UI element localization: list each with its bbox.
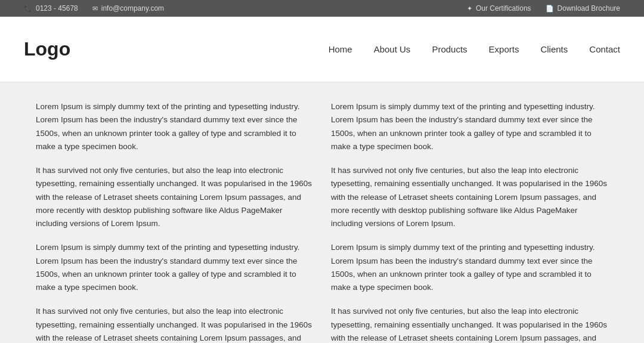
logo[interactable]: Logo: [24, 38, 70, 60]
left-para2: It has survived not only five centuries,…: [36, 164, 313, 230]
nav-about[interactable]: About Us: [374, 44, 411, 54]
right-para3: Lorem Ipsum is simply dummy text of the …: [331, 241, 608, 294]
content-col-left: Lorem Ipsum is simply dummy text of the …: [36, 100, 313, 343]
left-para1: Lorem Ipsum is simply dummy text of the …: [36, 100, 313, 153]
left-para4: It has survived not only five centuries,…: [36, 305, 313, 343]
cert-icon: [467, 4, 472, 13]
brochure-item[interactable]: Download Brochure: [546, 4, 620, 13]
phone-icon: [24, 4, 32, 13]
right-para2: It has survived not only five centuries,…: [331, 164, 608, 230]
content-col-right: Lorem Ipsum is simply dummy text of the …: [331, 100, 608, 343]
nav-contact[interactable]: Contact: [589, 44, 620, 54]
certifications-item[interactable]: Our Certifications: [467, 4, 531, 13]
header: Logo Home About Us Products Exports Clie…: [0, 17, 644, 82]
main-content: Lorem Ipsum is simply dummy text of the …: [0, 82, 644, 343]
nav-clients[interactable]: Clients: [540, 44, 568, 54]
email-item: info@company.com: [92, 4, 164, 13]
right-para4: It has survived not only five centuries,…: [331, 305, 608, 343]
right-para1: Lorem Ipsum is simply dummy text of the …: [331, 100, 608, 153]
main-nav: Home About Us Products Exports Clients C…: [329, 44, 620, 54]
mail-icon: [92, 4, 98, 13]
top-bar-right: Our Certifications Download Brochure: [467, 4, 620, 13]
certifications-label: Our Certifications: [476, 4, 531, 13]
left-para3: Lorem Ipsum is simply dummy text of the …: [36, 241, 313, 294]
brochure-label: Download Brochure: [558, 4, 620, 13]
nav-home[interactable]: Home: [329, 44, 352, 54]
phone-item: 0123 - 45678: [24, 4, 78, 13]
top-bar-left: 0123 - 45678 info@company.com: [24, 4, 164, 13]
email-address: info@company.com: [101, 4, 164, 13]
nav-products[interactable]: Products: [432, 44, 467, 54]
top-bar: 0123 - 45678 info@company.com Our Certif…: [0, 0, 644, 17]
nav-exports[interactable]: Exports: [489, 44, 519, 54]
doc-icon: [546, 4, 554, 13]
phone-number: 0123 - 45678: [36, 4, 78, 13]
content-columns: Lorem Ipsum is simply dummy text of the …: [36, 100, 608, 343]
